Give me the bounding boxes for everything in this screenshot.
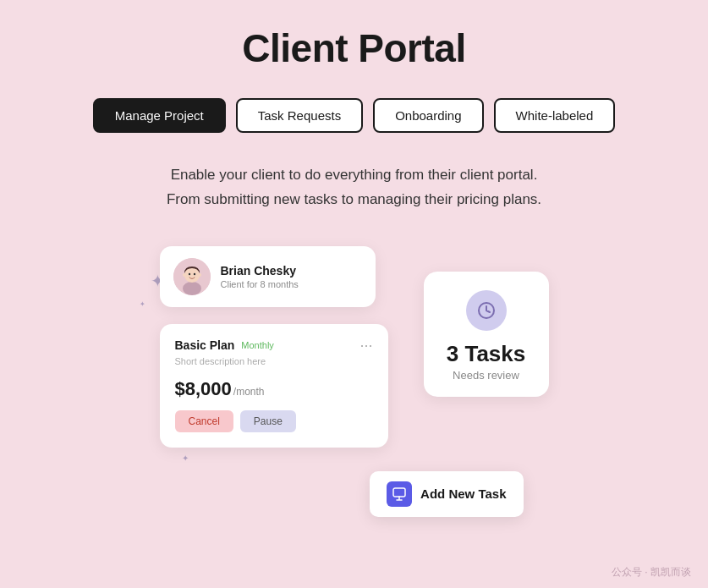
add-new-task-button[interactable]: Add New Task xyxy=(370,471,523,517)
cancel-plan-button[interactable]: Cancel xyxy=(175,410,233,432)
add-task-icon xyxy=(387,481,412,507)
svg-point-3 xyxy=(183,273,186,277)
profile-card: Brian Chesky Client for 8 months xyxy=(160,246,376,307)
monitor-icon xyxy=(392,486,407,502)
plan-price-amount: $8,000 xyxy=(175,378,232,400)
plan-price-period: /month xyxy=(233,386,265,398)
description-block: Enable your client to do everything from… xyxy=(167,163,541,212)
plan-name: Basic Plan xyxy=(175,338,235,352)
plan-price: $8,000 /month xyxy=(175,378,373,400)
profile-subtitle: Client for 8 months xyxy=(221,279,299,289)
svg-point-5 xyxy=(188,273,189,275)
tasks-label: Needs review xyxy=(453,369,519,382)
add-task-label: Add New Task xyxy=(420,486,506,501)
svg-point-4 xyxy=(198,273,201,277)
watermark: 公众号 · 凯凯而谈 xyxy=(612,565,691,580)
tabs-row: Manage Project Task Requests Onboarding … xyxy=(93,98,616,133)
description-line2: From submitting new tasks to managing th… xyxy=(167,188,541,212)
plan-badge: Monthly xyxy=(241,340,274,350)
svg-point-1 xyxy=(183,282,201,295)
tab-white-labeled[interactable]: White-labeled xyxy=(494,98,616,133)
plan-description: Short description here xyxy=(175,356,373,366)
profile-name: Brian Chesky xyxy=(221,264,299,278)
star-decoration-3: ✦ xyxy=(140,300,145,308)
clock-icon-wrap xyxy=(466,290,507,331)
plan-title-row: Basic Plan Monthly xyxy=(175,338,274,352)
illustration-area: Brian Chesky Client for 8 months Basic P… xyxy=(160,246,549,500)
plan-card: Basic Plan Monthly ··· Short description… xyxy=(160,324,388,448)
plan-header: Basic Plan Monthly ··· xyxy=(175,338,373,353)
tab-onboarding[interactable]: Onboarding xyxy=(373,98,483,133)
profile-info: Brian Chesky Client for 8 months xyxy=(221,264,299,289)
tab-manage-project[interactable]: Manage Project xyxy=(93,98,226,133)
tab-task-requests[interactable]: Task Requests xyxy=(236,98,363,133)
tasks-count: 3 Tasks xyxy=(447,341,525,367)
description-line1: Enable your client to do everything from… xyxy=(167,163,541,188)
page-title: Client Portal xyxy=(242,25,465,71)
tasks-card: 3 Tasks Needs review xyxy=(424,272,549,397)
plan-actions: Cancel Pause xyxy=(175,410,373,432)
svg-point-6 xyxy=(193,273,195,275)
page-wrapper: ✦ ✦ ✦ ✦ ✦ ✦ ☆ Client Portal Manage Proje… xyxy=(0,0,708,588)
svg-rect-8 xyxy=(393,488,405,497)
clock-icon xyxy=(476,300,497,321)
plan-dots-menu[interactable]: ··· xyxy=(359,338,372,353)
pause-plan-button[interactable]: Pause xyxy=(240,410,296,432)
avatar xyxy=(173,258,211,295)
